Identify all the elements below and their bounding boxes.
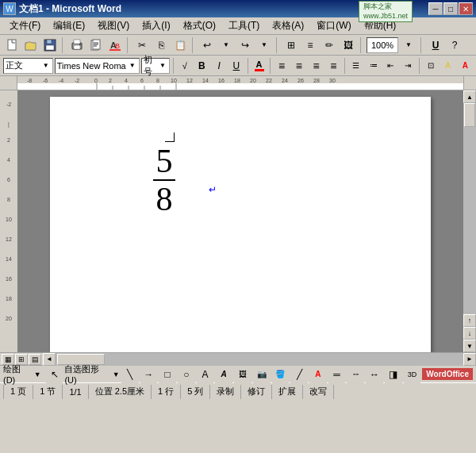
fmt-sep-4 [344, 58, 345, 74]
zoom-dropdown[interactable]: ▼ [400, 36, 417, 54]
menu-insert[interactable]: 插入(I) [136, 17, 176, 34]
print-button[interactable] [68, 36, 86, 54]
svg-rect-4 [46, 45, 54, 50]
spell-button[interactable]: AB [106, 36, 124, 54]
copy-button[interactable]: ⎘ [152, 36, 170, 54]
clipart-tool[interactable]: 🖼 [234, 366, 251, 383]
redo-dropdown[interactable]: ▼ [255, 36, 273, 54]
line-style-tool[interactable]: ═ [328, 366, 346, 383]
menu-view[interactable]: 视图(V) [91, 17, 136, 34]
svg-text:24: 24 [282, 78, 288, 83]
menu-tools[interactable]: 工具(T) [222, 17, 266, 34]
svg-text:2: 2 [109, 78, 112, 83]
svg-text:8: 8 [7, 197, 10, 202]
size-dropdown-arrow[interactable]: ▼ [158, 62, 167, 69]
indent-inc-button[interactable]: ⇥ [400, 57, 416, 75]
insert-picture[interactable]: 🖼 [340, 36, 357, 54]
draw-menu[interactable]: 绘图(D) [3, 363, 33, 385]
fmt-sep-5 [419, 58, 420, 74]
drawing-toggle[interactable]: ✏ [321, 36, 338, 54]
watermark: 脚本之家 www.Jb51.net [359, 1, 413, 22]
undo-dropdown[interactable]: ▼ [217, 36, 235, 54]
scroll-track[interactable] [463, 103, 476, 314]
style-selector[interactable]: 正文 ▼ [3, 58, 53, 74]
style-dropdown-arrow[interactable]: ▼ [41, 62, 51, 69]
autoshape-dropdown[interactable]: ▼ [113, 370, 120, 378]
menu-table[interactable]: 表格(A) [266, 17, 310, 34]
align-right-button[interactable]: ≡ [309, 57, 324, 75]
save-button[interactable] [41, 36, 59, 54]
autoshape-menu[interactable]: 自选图形(U) [64, 363, 110, 385]
justify-button[interactable]: ≡ [325, 57, 341, 75]
zoom-input[interactable]: 100% [367, 37, 398, 53]
vertical-scrollbar: ▲ ↑ ↓ ▼ [463, 90, 476, 352]
italic-button[interactable]: I [211, 57, 227, 75]
align-left-button[interactable]: ≡ [274, 57, 290, 75]
rect-tool[interactable]: □ [159, 366, 176, 383]
open-button[interactable] [22, 36, 40, 54]
picture-tool[interactable]: 📷 [253, 366, 271, 383]
h-scroll-track[interactable] [56, 353, 463, 366]
scroll-left-button[interactable]: ◄ [43, 353, 56, 366]
columns-button[interactable]: ≡ [301, 36, 319, 54]
shadow-tool[interactable]: ◨ [385, 366, 402, 383]
font-color2-button[interactable]: A [457, 57, 473, 75]
border-button[interactable]: ⊡ [423, 57, 439, 75]
line-tool[interactable]: ╲ [121, 366, 139, 383]
formula-button[interactable]: √ [177, 57, 193, 75]
scroll-down-button-3[interactable]: ▼ [463, 340, 476, 352]
draw-dropdown[interactable]: ▼ [34, 370, 41, 378]
align-center-button[interactable]: ≡ [291, 57, 307, 75]
preview-button[interactable] [87, 36, 105, 54]
fraction-denominator: 8 [156, 182, 173, 216]
restore-button[interactable]: □ [443, 2, 458, 15]
size-selector[interactable]: 初号 ▼ [141, 58, 170, 74]
help-button[interactable]: ? [446, 36, 463, 54]
wordart-tool[interactable]: A [215, 366, 232, 383]
dash-style-tool[interactable]: ╌ [347, 366, 364, 383]
cut-button[interactable]: ✂ [133, 36, 151, 54]
enter-mark: ↵ [209, 184, 217, 195]
redo-button[interactable]: ↪ [236, 36, 254, 54]
numbering-button[interactable]: ≔ [366, 57, 382, 75]
bullets-button[interactable]: ☰ [348, 57, 364, 75]
horizontal-ruler: -8 -6 -4 -2 0 2 4 6 8 10 12 14 16 18 20 … [17, 76, 463, 90]
menu-edit[interactable]: 编辑(E) [47, 17, 91, 34]
table-button[interactable]: ⊞ [282, 36, 300, 54]
scroll-down-button-1[interactable]: ↑ [463, 314, 476, 327]
scroll-right-button[interactable]: ► [463, 353, 476, 366]
paste-button[interactable]: 📋 [171, 36, 189, 54]
close-button[interactable]: ✕ [459, 2, 473, 15]
oval-tool[interactable]: ○ [178, 366, 195, 383]
scroll-down-button-2[interactable]: ↓ [463, 327, 476, 340]
font-color-tool[interactable]: A [309, 366, 327, 383]
scroll-up-button[interactable]: ▲ [463, 90, 476, 103]
textbox-tool[interactable]: A [197, 366, 214, 383]
arrow-style-tool[interactable]: ↔ [366, 366, 383, 383]
new-button[interactable] [3, 36, 21, 54]
font-dropdown-arrow[interactable]: ▼ [128, 62, 137, 69]
bold-button[interactable]: B [194, 57, 210, 75]
highlight-button[interactable]: A [440, 57, 456, 75]
svg-text:16: 16 [218, 78, 225, 83]
fill-color-tool[interactable]: 🪣 [272, 366, 290, 383]
line-color-tool[interactable]: ╱ [290, 366, 308, 383]
undo-button[interactable]: ↩ [198, 36, 216, 54]
indent-dec-button[interactable]: ⇤ [383, 57, 399, 75]
underline-button[interactable]: U [228, 57, 244, 75]
font-selector[interactable]: Times New Roma ▼ [55, 58, 140, 74]
menu-format[interactable]: 格式(O) [177, 17, 222, 34]
scroll-thumb[interactable] [464, 103, 475, 127]
zoom-area: 100% ▼ [367, 36, 417, 54]
font-color-button[interactable]: A [251, 57, 267, 75]
svg-text:16: 16 [6, 276, 12, 282]
svg-text:-4: -4 [59, 78, 63, 83]
menu-file[interactable]: 文件(F) [3, 17, 47, 34]
3d-tool[interactable]: 3D [404, 366, 421, 383]
arrow-tool[interactable]: → [140, 366, 158, 383]
draw-select[interactable]: ↖ [46, 366, 63, 383]
underline-toolbar-btn[interactable]: U [427, 36, 444, 54]
document-area[interactable]: 5 8 ↵ [17, 90, 463, 352]
minimize-button[interactable]: ─ [428, 2, 443, 15]
menu-window[interactable]: 窗口(W) [310, 17, 357, 34]
